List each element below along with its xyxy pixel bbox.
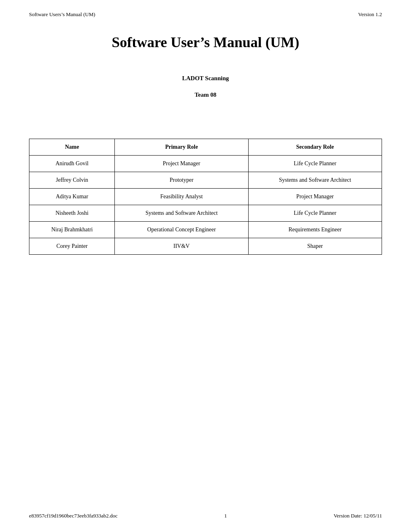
table-header-row: Name Primary Role Secondary Role [29, 139, 382, 156]
table-cell: Systems and Software Architect [248, 172, 382, 189]
table-row: Anirudh GovilProject ManagerLife Cycle P… [29, 156, 382, 172]
team-label: Team 08 [29, 91, 382, 98]
col-name-header: Name [29, 139, 115, 156]
page: Software Users’s Manual (UM) Version 1.2… [0, 0, 411, 532]
subtitle-section: LADOT Scanning Team 08 [29, 75, 382, 98]
footer-version-date: Version Date: 12/05/11 [334, 513, 382, 519]
table-cell: Requirements Engineer [248, 222, 382, 238]
main-content: Software User’s Manual (UM) LADOT Scanni… [0, 34, 411, 255]
table-row: Niraj BrahmkhatriOperational Concept Eng… [29, 222, 382, 238]
table-cell: Operational Concept Engineer [115, 222, 248, 238]
footer-page-number: 1 [224, 513, 227, 519]
table-cell: Prototyper [115, 172, 248, 189]
table-row: Jeffrey ColvinPrototyperSystems and Soft… [29, 172, 382, 189]
ladot-label: LADOT Scanning [29, 75, 382, 82]
table-cell: Systems and Software Architect [115, 205, 248, 222]
header-right: Version 1.2 [358, 11, 382, 18]
table-cell: Life Cycle Planner [248, 205, 382, 222]
roles-table-section: Name Primary Role Secondary Role Anirudh… [29, 139, 382, 255]
table-row: Corey PainterIIV&VShaper [29, 238, 382, 255]
table-cell: Nisheeth Joshi [29, 205, 115, 222]
col-primary-header: Primary Role [115, 139, 248, 156]
table-row: Aditya KumarFeasibility AnalystProject M… [29, 189, 382, 205]
table-cell: Aditya Kumar [29, 189, 115, 205]
table-cell: Life Cycle Planner [248, 156, 382, 172]
roles-table: Name Primary Role Secondary Role Anirudh… [29, 139, 382, 255]
header: Software Users’s Manual (UM) Version 1.2 [0, 0, 411, 18]
header-left: Software Users’s Manual (UM) [29, 11, 95, 18]
table-cell: IIV&V [115, 238, 248, 255]
table-row: Nisheeth JoshiSystems and Software Archi… [29, 205, 382, 222]
table-cell: Project Manager [115, 156, 248, 172]
footer-doc-id: e83957cf19d1960bec73eeb3fa933ab2.doc [29, 513, 118, 519]
table-cell: Jeffrey Colvin [29, 172, 115, 189]
table-cell: Anirudh Govil [29, 156, 115, 172]
table-cell: Shaper [248, 238, 382, 255]
document-title: Software User’s Manual (UM) [29, 34, 382, 51]
table-cell: Corey Painter [29, 238, 115, 255]
table-cell: Niraj Brahmkhatri [29, 222, 115, 238]
footer: e83957cf19d1960bec73eeb3fa933ab2.doc 1 V… [0, 513, 411, 519]
table-cell: Project Manager [248, 189, 382, 205]
table-cell: Feasibility Analyst [115, 189, 248, 205]
col-secondary-header: Secondary Role [248, 139, 382, 156]
